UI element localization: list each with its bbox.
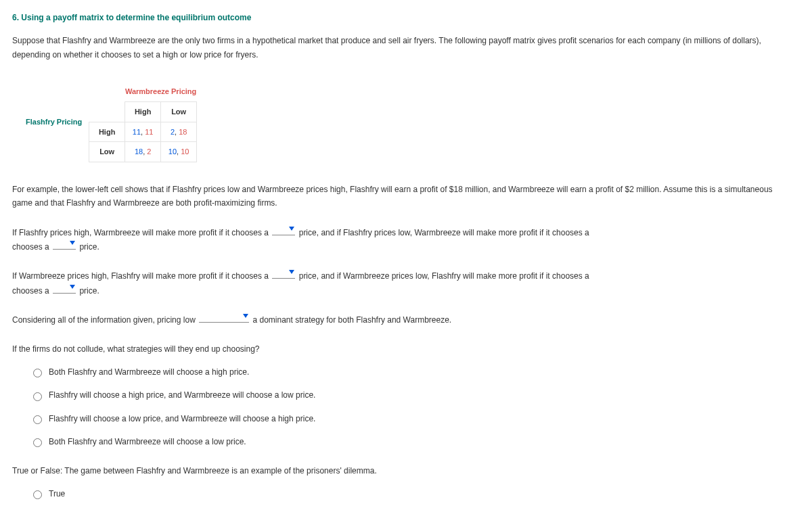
- dropdown-q3[interactable]: [199, 312, 249, 323]
- question-1: If Flashfry prices high, Warmbreeze will…: [12, 225, 784, 254]
- example-paragraph: For example, the lower-left cell shows t…: [12, 183, 784, 210]
- q2-text-c: price.: [79, 286, 99, 296]
- q1-text-c: price.: [79, 242, 99, 252]
- q1-text-a: If Flashfry prices high, Warmbreeze will…: [12, 228, 269, 237]
- question-heading: 6. Using a payoff matrix to determine th…: [12, 11, 800, 24]
- radio-input[interactable]: [33, 369, 42, 377]
- q4-option-label: Both Flashfry and Warmbreeze will choose…: [49, 435, 246, 448]
- q4-option-1[interactable]: Flashfry will choose a high price, and W…: [30, 388, 784, 402]
- q5-option-label: True: [49, 487, 65, 501]
- question-4: If the firms do not collude, what strate…: [12, 342, 784, 449]
- question-2: If Warmbreeze prices high, Flashfry will…: [12, 269, 784, 298]
- q4-option-3[interactable]: Both Flashfry and Warmbreeze will choose…: [30, 435, 784, 448]
- cell-high-low: 2, 18: [161, 122, 197, 142]
- radio-input[interactable]: [33, 415, 42, 424]
- q3-text-b: a dominant strategy for both Flashfry an…: [253, 315, 452, 325]
- col-player-label: Warmbreeze Pricing: [125, 82, 197, 101]
- q2-text-b: price, and if Warmbreeze prices low, Fla…: [299, 271, 589, 281]
- chevron-down-icon: [70, 285, 75, 289]
- radio-input[interactable]: [33, 490, 42, 499]
- question-5: True or False: The game between Flashfry…: [12, 464, 784, 510]
- q5-option-true[interactable]: True: [30, 487, 784, 501]
- q4-option-label: Both Flashfry and Warmbreeze will choose…: [49, 365, 249, 379]
- row-label-low: Low: [89, 142, 125, 162]
- col-label-low: Low: [161, 101, 197, 122]
- chevron-down-icon: [70, 241, 75, 245]
- chevron-down-icon: [243, 314, 248, 318]
- q5-prompt: True or False: The game between Flashfry…: [12, 464, 784, 478]
- payoff-table: Warmbreeze Pricing High Low High 11, 11 …: [89, 82, 197, 162]
- q4-option-label: Flashfry will choose a low price, and Wa…: [49, 412, 315, 425]
- dropdown-q1-second[interactable]: [53, 239, 76, 250]
- radio-input[interactable]: [33, 392, 42, 401]
- row-label-high: High: [89, 122, 125, 142]
- payoff-matrix: Flashfry Pricing Warmbreeze Pricing High…: [26, 82, 800, 162]
- dropdown-q2-first[interactable]: [272, 269, 295, 279]
- cell-low-high: 18, 2: [125, 142, 161, 162]
- cell-high-high: 11, 11: [125, 122, 161, 142]
- q4-option-2[interactable]: Flashfry will choose a low price, and Wa…: [30, 412, 784, 425]
- q2-text-a: If Warmbreeze prices high, Flashfry will…: [12, 271, 269, 281]
- intro-paragraph: Suppose that Flashfry and Warmbreeze are…: [12, 34, 784, 62]
- q4-option-label: Flashfry will choose a high price, and W…: [49, 388, 315, 402]
- radio-input[interactable]: [33, 438, 42, 447]
- col-label-high: High: [125, 101, 161, 122]
- q3-text-a: Considering all of the information given…: [12, 315, 196, 325]
- chevron-down-icon: [289, 227, 294, 231]
- chevron-down-icon: [289, 270, 294, 274]
- dropdown-q2-second[interactable]: [53, 283, 76, 294]
- q4-option-0[interactable]: Both Flashfry and Warmbreeze will choose…: [30, 365, 784, 379]
- cell-low-low: 10, 10: [161, 142, 197, 162]
- q4-prompt: If the firms do not collude, what strate…: [12, 342, 784, 356]
- row-player-label: Flashfry Pricing: [26, 116, 89, 129]
- dropdown-q1-first[interactable]: [272, 225, 295, 235]
- question-3: Considering all of the information given…: [12, 312, 784, 327]
- q1-text-b: price, and if Flashfry prices low, Warmb…: [299, 228, 589, 237]
